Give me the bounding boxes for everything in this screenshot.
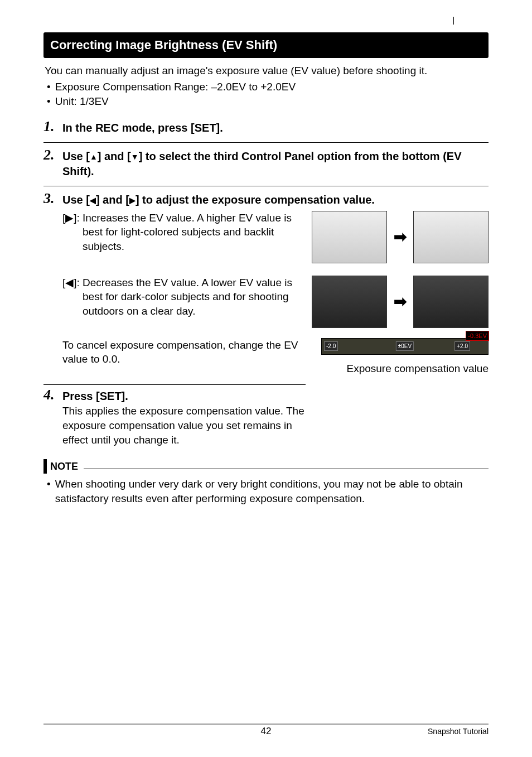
ev-bar-mid: ±0EV <box>396 341 414 351</box>
ev-decrease-row: [◀]: Decreases the EV value. A lower EV … <box>62 276 489 328</box>
t: ] and [ <box>96 194 129 206</box>
t: ] and [ <box>98 150 131 162</box>
note-body-text: When shooting under very dark or very br… <box>47 477 489 505</box>
thumb-after-icon <box>413 211 489 263</box>
ev-indicator: -2.0 ±0EV +2.0 -0.3EV Exposure compensat… <box>321 338 489 376</box>
note-rule <box>84 464 489 469</box>
step-number: 4. <box>43 387 57 403</box>
ev-cancel-row: To cancel exposure compensation, change … <box>62 338 489 376</box>
t: Use [ <box>62 194 90 206</box>
ev-pointer-icon <box>453 17 454 25</box>
step-number: 2. <box>43 147 57 163</box>
intro-bullets: Exposure Compensation Range: –2.0EV to +… <box>43 80 489 108</box>
step-1: 1. In the REC mode, press [SET]. <box>43 117 489 141</box>
arrow-right-icon: ➡ <box>394 226 407 248</box>
footer-rule <box>43 724 489 725</box>
step-4: 4. Press [SET]. This applies the exposur… <box>43 383 489 447</box>
step-3: 3. Use [◀] and [▶] to adjust the exposur… <box>43 189 489 382</box>
note-title: NOTE <box>50 460 78 473</box>
thumb-after-icon <box>413 276 489 328</box>
step-4-body: This applies the exposure compensation v… <box>43 404 306 447</box>
right-triangle-icon: ▶ <box>129 195 136 206</box>
step-number: 1. <box>43 119 57 135</box>
step-2: 2. Use [▲] and [▼] to select the third C… <box>43 145 489 185</box>
step-divider <box>43 186 489 186</box>
note-bar-icon <box>43 459 47 474</box>
section-header: Correcting Image Brightness (EV Shift) <box>43 32 489 58</box>
intro-lead: You can manually adjust an image's expos… <box>43 64 489 78</box>
footer-section-label: Snapshot Tutorial <box>428 726 489 737</box>
key-label-right: [▶]: <box>62 211 79 254</box>
thumb-before-icon <box>312 276 387 328</box>
key-label-left: [◀]: <box>62 276 79 319</box>
arrow-right-icon: ➡ <box>394 291 407 312</box>
ev-bar-min: -2.0 <box>324 341 338 351</box>
note-text: When shooting under very dark or very br… <box>55 477 489 505</box>
thumb-before-icon <box>312 211 387 263</box>
ev-decrease-illustration: ➡ <box>297 276 489 328</box>
ev-increase-row: [▶]: Increases the EV value. A higher EV… <box>62 211 489 263</box>
step-number: 3. <box>43 191 57 207</box>
ev-increase-text: Increases the EV value. A higher EV valu… <box>83 211 297 254</box>
t: ] to adjust the exposure compensation va… <box>136 194 375 206</box>
step-title: In the REC mode, press [SET]. <box>62 119 223 136</box>
up-triangle-icon: ▲ <box>90 152 98 162</box>
step-title: Press [SET]. <box>62 387 128 404</box>
left-triangle-icon: ◀ <box>90 195 96 206</box>
ev-bar-flag: -0.3EV <box>466 331 489 341</box>
intro-bullet: Unit: 1/3EV <box>47 94 489 109</box>
down-triangle-icon: ▼ <box>131 152 139 162</box>
ev-cancel-text: To cancel exposure compensation, change … <box>62 338 319 367</box>
ev-indicator-label: Exposure compensation value <box>321 361 489 376</box>
step-title: Use [▲] and [▼] to select the third Cont… <box>62 147 489 179</box>
step-divider <box>43 384 306 385</box>
step-title: Use [◀] and [▶] to adjust the exposure c… <box>62 191 375 208</box>
note-section: NOTE When shooting under very dark or ve… <box>43 459 489 505</box>
ev-decrease-text: Decreases the EV value. A lower EV value… <box>83 276 297 319</box>
ev-increase-illustration: ➡ <box>297 211 489 263</box>
intro-bullet: Exposure Compensation Range: –2.0EV to +… <box>47 80 489 94</box>
ev-bar-icon: -2.0 ±0EV +2.0 -0.3EV <box>321 338 489 355</box>
t: Use [ <box>62 150 90 162</box>
ev-bar-max: +2.0 <box>454 341 470 351</box>
step-divider <box>43 142 489 143</box>
